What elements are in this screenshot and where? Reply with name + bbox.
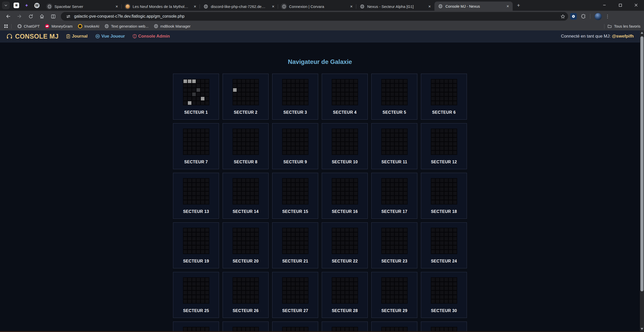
minimap-cell: [399, 133, 403, 137]
minimize-button[interactable]: [596, 0, 612, 10]
minimap-cell: [431, 250, 435, 254]
sector-card-19[interactable]: SECTEUR 19: [173, 222, 219, 268]
sector-card-34[interactable]: SECTEUR 34: [322, 322, 368, 331]
pinned-tab-chatgpt[interactable]: ✳: [11, 1, 21, 10]
sector-card-26[interactable]: SECTEUR 26: [223, 272, 269, 318]
scrollbar-down-arrow-icon[interactable]: [641, 328, 643, 330]
sector-card-29[interactable]: SECTEUR 29: [371, 272, 417, 318]
sector-card-7[interactable]: SECTEUR 7: [173, 123, 219, 169]
sector-card-11[interactable]: SECTEUR 11: [371, 123, 417, 169]
nav-journal[interactable]: Journal: [66, 34, 87, 39]
scrollbar-up-arrow-icon[interactable]: [641, 32, 643, 34]
tab-1[interactable]: Spacebar Server✕: [43, 2, 122, 11]
sector-card-36[interactable]: SECTEUR 36: [421, 322, 467, 331]
all-bookmarks-label[interactable]: Tous les favoris: [614, 24, 640, 28]
sector-card-4[interactable]: SECTEUR 4: [322, 74, 368, 120]
tab-2[interactable]: Les Neuf Mondes de la Mythol…✕: [122, 2, 200, 11]
reading-list-button[interactable]: [49, 12, 58, 21]
tab-close-icon[interactable]: ✕: [114, 4, 119, 9]
sector-card-17[interactable]: SECTEUR 17: [371, 173, 417, 219]
minimap-cell: [287, 241, 291, 245]
sector-card-24[interactable]: SECTEUR 24: [421, 222, 467, 268]
minimap-cell: [449, 142, 452, 146]
minimap-cell: [332, 146, 336, 150]
browser-menu-button[interactable]: ⋮: [604, 13, 611, 20]
back-button[interactable]: [4, 12, 13, 21]
minimap-cell: [337, 84, 340, 87]
sector-card-6[interactable]: SECTEUR 6: [421, 74, 467, 120]
url-text[interactable]: galactic-pve-conquest-c7fe.dev.flatlogic…: [74, 14, 559, 19]
minimap-cell: [386, 278, 390, 281]
sector-card-31[interactable]: SECTEUR 31: [173, 322, 219, 331]
sector-card-15[interactable]: SECTEUR 15: [272, 173, 318, 219]
minimap-cell: [188, 241, 191, 245]
tab-close-icon[interactable]: ✕: [505, 4, 510, 8]
sector-card-30[interactable]: SECTEUR 30: [421, 272, 467, 318]
sector-card-25[interactable]: SECTEUR 25: [173, 272, 219, 318]
sector-card-20[interactable]: SECTEUR 20: [223, 222, 269, 268]
sector-card-10[interactable]: SECTEUR 10: [322, 123, 368, 169]
sector-card-9[interactable]: SECTEUR 9: [272, 123, 318, 169]
sector-card-1[interactable]: SECTEUR 1: [173, 74, 219, 120]
sector-card-16[interactable]: SECTEUR 16: [322, 173, 368, 219]
sector-card-23[interactable]: SECTEUR 23: [371, 222, 417, 268]
tab-4[interactable]: Connexion | Corvara✕: [278, 2, 356, 11]
sector-card-21[interactable]: SECTEUR 21: [272, 222, 318, 268]
sector-card-14[interactable]: SECTEUR 14: [223, 173, 269, 219]
scrollbar-thumb[interactable]: [640, 36, 643, 291]
tab-3[interactable]: discord-like-php-chat-7262.de…✕: [200, 2, 278, 11]
minimap-cell: [431, 142, 435, 146]
nav-vue-joueur[interactable]: Vue Joueur: [95, 34, 125, 39]
sector-card-28[interactable]: SECTEUR 28: [322, 272, 368, 318]
bookmark-3[interactable]: InvokeAI: [75, 23, 102, 29]
sector-card-3[interactable]: SECTEUR 3: [272, 74, 318, 120]
apps-grid-button[interactable]: [4, 24, 8, 29]
extensions-button[interactable]: [579, 12, 588, 21]
sector-card-12[interactable]: SECTEUR 12: [421, 123, 467, 169]
site-info-button[interactable]: [64, 13, 72, 20]
home-button[interactable]: [37, 12, 47, 21]
sector-card-5[interactable]: SECTEUR 5: [371, 74, 417, 120]
bookmark-2[interactable]: MoneyGram: [42, 23, 75, 29]
forward-button[interactable]: [15, 12, 24, 21]
minimap-cell: [390, 129, 394, 133]
sector-card-13[interactable]: SECTEUR 13: [173, 173, 219, 219]
sector-card-8[interactable]: SECTEUR 8: [223, 123, 269, 169]
minimap-cell: [183, 183, 187, 187]
sector-card-32[interactable]: SECTEUR 32: [223, 322, 269, 331]
tab-close-icon[interactable]: ✕: [271, 4, 275, 9]
sector-card-33[interactable]: SECTEUR 33: [272, 322, 318, 331]
pinned-tab-wordpress[interactable]: W: [32, 1, 42, 10]
maximize-button[interactable]: [612, 0, 628, 10]
close-window-button[interactable]: [628, 0, 644, 10]
nav-console-admin[interactable]: Console Admin: [133, 34, 170, 39]
sector-card-27[interactable]: SECTEUR 27: [272, 272, 318, 318]
minimap-cell: [386, 129, 390, 133]
reload-button[interactable]: [26, 12, 35, 21]
bookmark-5[interactable]: mdBook Manager: [151, 23, 193, 29]
bookmark-star-button[interactable]: [559, 13, 567, 20]
tab-close-icon[interactable]: ✕: [193, 4, 197, 9]
page-scrollbar[interactable]: [640, 30, 644, 331]
minimap-cell: [192, 133, 196, 137]
tab-search-button[interactable]: [2, 2, 10, 9]
bookmark-4[interactable]: Text generation web...: [102, 23, 151, 29]
new-tab-button[interactable]: +: [515, 2, 522, 9]
minimap-cell: [337, 246, 340, 249]
sector-card-35[interactable]: SECTEUR 35: [371, 322, 417, 331]
sector-card-2[interactable]: SECTEUR 2: [223, 74, 269, 120]
tab-5[interactable]: Nexus - Secteur Alpha [G1]✕: [356, 2, 434, 11]
minimap-cell: [431, 237, 435, 241]
extension-button[interactable]: [570, 13, 577, 20]
bookmark-1[interactable]: ChatGPT: [15, 23, 42, 29]
tab-close-icon[interactable]: ✕: [349, 4, 354, 9]
sector-card-22[interactable]: SECTEUR 22: [322, 222, 368, 268]
tab-close-icon[interactable]: ✕: [427, 4, 432, 9]
profile-avatar[interactable]: [594, 13, 602, 20]
sector-card-18[interactable]: SECTEUR 18: [421, 173, 467, 219]
pinned-tab-gemini[interactable]: ✦: [21, 1, 32, 10]
star-icon: [560, 14, 565, 19]
tab-6[interactable]: Console MJ - Nexus✕: [434, 2, 513, 11]
url-bar[interactable]: galactic-pve-conquest-c7fe.dev.flatlogic…: [61, 12, 568, 21]
all-bookmarks[interactable]: Tous les favoris: [601, 24, 640, 29]
